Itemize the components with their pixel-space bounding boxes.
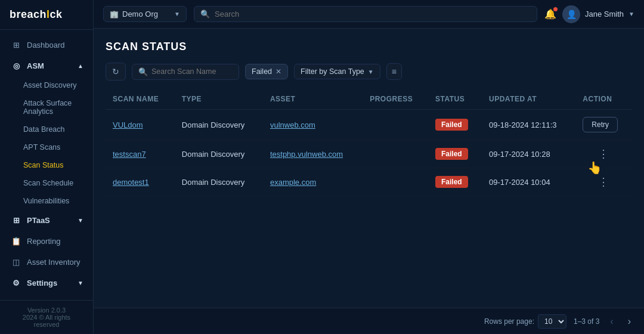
sort-icon: ≡ [392, 67, 397, 76]
action-cell: Retry [575, 110, 632, 140]
filter-chevron-icon: ▼ [368, 69, 374, 75]
page-title: SCAN STATUS [106, 41, 632, 53]
comments-icon: 💬 [11, 299, 21, 300]
scan-name-link[interactable]: VULdom [113, 120, 143, 129]
action-cell: ⋮👆 [575, 140, 632, 168]
filter-dropdown-label: Filter by Scan Type [301, 67, 364, 76]
page-info: 1–3 of 3 [574, 317, 599, 326]
org-selector[interactable]: 🏢 Demo Org ▼ [103, 6, 187, 22]
copyright-text: 2024 © All rights reserved [10, 314, 83, 328]
sidebar: breachlck ⊞ Dashboard ◎ ASM ▲ Asset Disc… [0, 0, 94, 334]
action-menu-button[interactable]: ⋮ [583, 147, 625, 160]
scan-name-search: 🔍 [132, 64, 239, 80]
status-badge: Failed [435, 119, 468, 131]
sidebar-item-scan-schedule[interactable]: Scan Schedule [0, 174, 93, 192]
sidebar-item-label: Dashboard [27, 41, 65, 50]
sidebar-item-label: Scan Status [23, 161, 63, 169]
sidebar-item-label: Comments [27, 299, 64, 300]
avatar: 👤 [562, 5, 580, 23]
sidebar-nav: ⊞ Dashboard ◎ ASM ▲ Asset Discovery Atta… [0, 30, 93, 300]
updated-at-cell: 09-17-2024 10:04 [482, 168, 575, 196]
table-footer: Rows per page: 10 25 50 1–3 of 3 ‹ › [94, 308, 644, 334]
remove-filter-button[interactable]: ✕ [275, 67, 281, 76]
retry-button[interactable]: Retry [583, 117, 618, 132]
sidebar-item-apt-scans[interactable]: APT Scans [0, 138, 93, 156]
search-scan-icon: 🔍 [138, 67, 148, 76]
topbar-right: 🔔 👤 Jane Smith ▼ [544, 5, 634, 23]
sidebar-item-data-breach[interactable]: Data Breach [0, 120, 93, 138]
refresh-button[interactable]: ↻ [106, 63, 126, 81]
action-menu-button[interactable]: ⋮ [583, 175, 625, 188]
sidebar-footer: Version 2.0.3 2024 © All rights reserved [0, 300, 93, 334]
sidebar-item-reporting[interactable]: 📋 Reporting [0, 231, 93, 252]
user-info[interactable]: 👤 Jane Smith ▼ [562, 5, 634, 23]
col-asset: Asset [263, 89, 363, 110]
dashboard-icon: ⊞ [11, 41, 21, 50]
scan-name-cell: demotest1 [106, 168, 175, 196]
col-action: Action [575, 89, 632, 110]
cursor-hand-icon: 👆 [587, 160, 602, 175]
sidebar-item-label: ASM [27, 61, 44, 70]
scan-table: Scan Name Type Asset Progress Status Upd… [106, 89, 632, 196]
sidebar-item-label: Attack Surface Analytics [23, 99, 83, 116]
status-cell: Failed [428, 168, 482, 196]
sidebar-item-asset-discovery[interactable]: Asset Discovery [0, 76, 93, 94]
sidebar-item-settings[interactable]: ⚙ Settings ▼ [0, 273, 93, 293]
rows-per-page-select[interactable]: 10 25 50 [538, 314, 566, 329]
next-page-button[interactable]: › [624, 315, 634, 328]
topbar: 🏢 Demo Org ▼ 🔍 🔔 👤 Jane Smith ▼ [94, 0, 644, 29]
col-status: Status [428, 89, 482, 110]
ptaas-icon: ⊞ [11, 216, 21, 225]
scan-name-link[interactable]: demotest1 [113, 178, 149, 187]
sidebar-item-label: Scan Schedule [23, 179, 73, 187]
prev-page-button[interactable]: ‹ [606, 315, 617, 328]
progress-cell [363, 110, 428, 140]
rows-per-page-label: Rows per page: [484, 317, 534, 326]
sidebar-item-attack-surface[interactable]: Attack Surface Analytics [0, 94, 93, 120]
updated-at-cell: 09-18-2024 12:11:3 [482, 110, 575, 140]
filter-by-scan-type[interactable]: Filter by Scan Type ▼ [294, 64, 380, 79]
org-chevron-icon: ▼ [174, 11, 180, 17]
sort-button[interactable]: ≡ [386, 63, 402, 80]
asset-link[interactable]: example.com [270, 178, 316, 187]
updated-at-cell: 09-17-2024 10:28 [482, 140, 575, 168]
scan-name-input[interactable] [151, 67, 223, 76]
asm-chevron-icon: ▲ [78, 63, 83, 69]
user-name: Jane Smith [585, 10, 624, 18]
sidebar-item-label: Settings [27, 279, 57, 287]
type-cell: Domain Discovery [175, 168, 263, 196]
asset-link[interactable]: testphp.vulnweb.com [270, 150, 343, 159]
topbar-search-input[interactable] [215, 10, 531, 18]
asset-cell: testphp.vulnweb.com [263, 140, 363, 168]
table-row: VULdomDomain Discoveryvulnweb.comFailed0… [106, 110, 632, 140]
sidebar-item-label: PTaaS [27, 216, 50, 225]
user-chevron-icon: ▼ [628, 11, 634, 17]
scan-table-body: VULdomDomain Discoveryvulnweb.comFailed0… [106, 110, 632, 196]
logo: breachlck [0, 0, 93, 30]
progress-cell [363, 140, 428, 168]
org-icon: 🏢 [110, 10, 119, 18]
search-icon: 🔍 [200, 10, 210, 18]
asset-inventory-icon: ◫ [11, 258, 21, 267]
logo-text: breachlck [10, 8, 63, 21]
rows-per-page-control: Rows per page: 10 25 50 [484, 314, 566, 329]
sidebar-item-dashboard[interactable]: ⊞ Dashboard [0, 35, 93, 55]
sidebar-item-label: Asset Inventory [27, 258, 80, 267]
scan-name-link[interactable]: testscan7 [113, 150, 146, 159]
org-name: Demo Org [122, 10, 158, 18]
sidebar-item-asset-inventory[interactable]: ◫ Asset Inventory [0, 252, 93, 273]
asset-link[interactable]: vulnweb.com [270, 120, 315, 129]
sidebar-item-asm[interactable]: ◎ ASM ▲ [0, 55, 93, 76]
status-badge: Failed [435, 176, 468, 188]
type-cell: Domain Discovery [175, 140, 263, 168]
notification-button[interactable]: 🔔 [544, 8, 556, 20]
settings-chevron-icon: ▼ [78, 280, 83, 286]
toolbar: ↻ 🔍 Failed ✕ Filter by Scan Type ▼ ≡ [106, 63, 632, 81]
sidebar-item-ptaas[interactable]: ⊞ PTaaS ▼ [0, 210, 93, 231]
sidebar-item-comments[interactable]: 💬 Comments [0, 293, 93, 300]
table-row: demotest1Domain Discoveryexample.comFail… [106, 168, 632, 196]
action-cell: ⋮ [575, 168, 632, 196]
sidebar-item-vulnerabilities[interactable]: Vulnerabilities [0, 192, 93, 210]
col-progress: Progress [363, 89, 428, 110]
sidebar-item-scan-status[interactable]: Scan Status [0, 156, 93, 174]
